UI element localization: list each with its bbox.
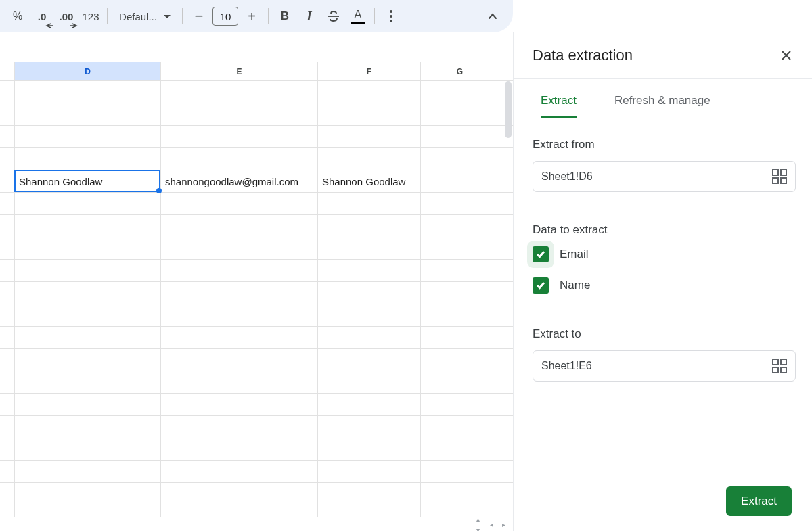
- scroll-right-button[interactable]: ▸: [498, 519, 509, 530]
- row-header-stub[interactable]: [0, 126, 15, 147]
- cell[interactable]: [15, 349, 161, 371]
- corner-stub[interactable]: [0, 62, 15, 80]
- cell[interactable]: [421, 505, 499, 517]
- cell[interactable]: [318, 237, 421, 259]
- cell[interactable]: [15, 327, 161, 348]
- row-header-stub[interactable]: [0, 371, 15, 393]
- cell[interactable]: [161, 327, 318, 348]
- cell[interactable]: [421, 193, 499, 214]
- increase-decimal-button[interactable]: .00: [55, 5, 77, 27]
- cell[interactable]: [15, 148, 161, 170]
- cell[interactable]: [15, 282, 161, 304]
- cell[interactable]: [318, 260, 421, 281]
- cell[interactable]: [15, 103, 161, 125]
- row-header-stub[interactable]: [0, 193, 15, 214]
- cell[interactable]: [318, 349, 421, 371]
- row-header-stub[interactable]: [0, 81, 15, 103]
- range-picker-icon[interactable]: [772, 359, 787, 373]
- row-header-stub[interactable]: [0, 461, 15, 482]
- cell[interactable]: [15, 394, 161, 415]
- cell[interactable]: [161, 260, 318, 281]
- cell[interactable]: [15, 505, 161, 517]
- cell[interactable]: [161, 237, 318, 259]
- row-header-stub[interactable]: [0, 483, 15, 505]
- cell[interactable]: [421, 103, 499, 125]
- row-header-stub[interactable]: [0, 103, 15, 125]
- cell[interactable]: [161, 282, 318, 304]
- cell[interactable]: [318, 483, 421, 505]
- range-picker-icon[interactable]: [772, 169, 787, 184]
- collapse-toolbar-button[interactable]: [482, 5, 503, 27]
- cell[interactable]: [15, 193, 161, 214]
- cell[interactable]: [318, 438, 421, 460]
- scroll-down-button[interactable]: ▾: [472, 524, 483, 531]
- cell[interactable]: [161, 103, 318, 125]
- cell[interactable]: [161, 394, 318, 415]
- row-header-stub[interactable]: [0, 416, 15, 438]
- cell[interactable]: [421, 304, 499, 326]
- cell[interactable]: [15, 483, 161, 505]
- decrease-decimal-button[interactable]: .0: [31, 5, 53, 27]
- row-header-stub[interactable]: [0, 148, 15, 170]
- cell[interactable]: shannongoodlaw@gmail.com: [161, 170, 318, 192]
- cell[interactable]: [421, 349, 499, 371]
- cell[interactable]: [15, 81, 161, 103]
- tab-extract[interactable]: Extract: [541, 94, 577, 118]
- cell[interactable]: [421, 371, 499, 393]
- cell[interactable]: [161, 81, 318, 103]
- cell[interactable]: [421, 148, 499, 170]
- cell[interactable]: [161, 505, 318, 517]
- more-options-button[interactable]: [380, 5, 402, 27]
- cell[interactable]: [421, 483, 499, 505]
- cell[interactable]: [161, 215, 318, 237]
- italic-button[interactable]: I: [298, 5, 320, 27]
- cell[interactable]: [161, 148, 318, 170]
- cell[interactable]: [421, 438, 499, 460]
- text-color-button[interactable]: A: [347, 5, 369, 27]
- cell[interactable]: [421, 170, 499, 192]
- cell[interactable]: [15, 215, 161, 237]
- cell[interactable]: [421, 260, 499, 281]
- cell[interactable]: [421, 327, 499, 348]
- cell[interactable]: [421, 461, 499, 482]
- cell[interactable]: [161, 126, 318, 147]
- checkbox-email[interactable]: [533, 246, 549, 262]
- row-header-stub[interactable]: [0, 505, 15, 517]
- extract-button[interactable]: Extract: [726, 486, 792, 516]
- cell[interactable]: [15, 461, 161, 482]
- cell[interactable]: [421, 215, 499, 237]
- cell[interactable]: [318, 81, 421, 103]
- vertical-scrollbar-thumb[interactable]: [505, 81, 512, 138]
- cell[interactable]: [161, 193, 318, 214]
- cell[interactable]: [421, 81, 499, 103]
- cell[interactable]: [161, 416, 318, 438]
- row-header-stub[interactable]: [0, 237, 15, 259]
- column-header-E[interactable]: E: [161, 62, 318, 80]
- close-panel-button[interactable]: [777, 46, 796, 65]
- scroll-left-button[interactable]: ◂: [486, 519, 497, 530]
- column-header-D[interactable]: D: [15, 62, 161, 80]
- cell[interactable]: [318, 215, 421, 237]
- cell[interactable]: [318, 193, 421, 214]
- cell[interactable]: [161, 371, 318, 393]
- cell[interactable]: [318, 371, 421, 393]
- cell[interactable]: [421, 282, 499, 304]
- cell[interactable]: [161, 461, 318, 482]
- cell[interactable]: [421, 416, 499, 438]
- cell[interactable]: [318, 416, 421, 438]
- row-header-stub[interactable]: [0, 438, 15, 460]
- increase-font-size-button[interactable]: +: [241, 5, 263, 27]
- cell[interactable]: [15, 260, 161, 281]
- cell[interactable]: [15, 304, 161, 326]
- cell[interactable]: [318, 505, 421, 517]
- cell[interactable]: [421, 394, 499, 415]
- number-format-button[interactable]: 123: [80, 5, 102, 27]
- strikethrough-button[interactable]: [323, 5, 344, 27]
- row-header-stub[interactable]: [0, 327, 15, 348]
- tab-refresh-manage[interactable]: Refresh & manage: [614, 94, 710, 118]
- cell[interactable]: [15, 371, 161, 393]
- row-header-stub[interactable]: [0, 215, 15, 237]
- cell[interactable]: [421, 126, 499, 147]
- cell[interactable]: [15, 126, 161, 147]
- row-header-stub[interactable]: [0, 349, 15, 371]
